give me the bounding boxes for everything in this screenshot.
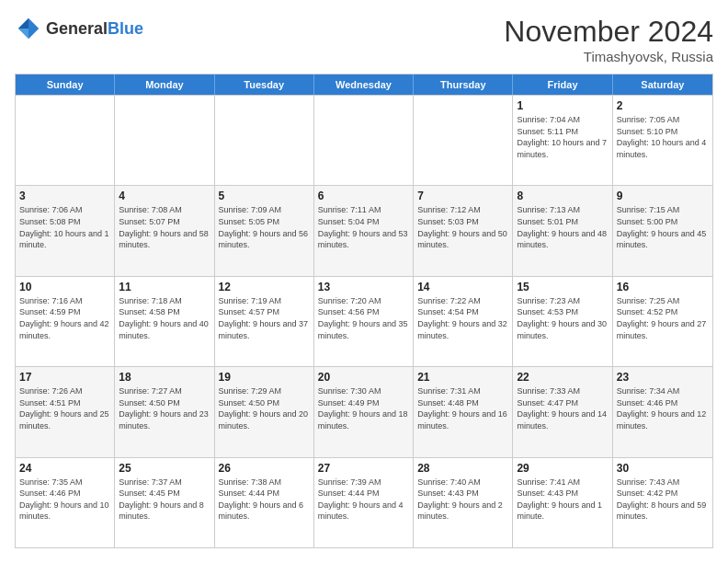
day-number: 6 — [318, 190, 409, 202]
day-info: Sunrise: 7:31 AM Sunset: 4:48 PM Dayligh… — [417, 385, 508, 431]
calendar-cell: 5Sunrise: 7:09 AM Sunset: 5:05 PM Daylig… — [215, 186, 314, 275]
day-number: 30 — [617, 462, 709, 475]
day-info: Sunrise: 7:13 AM Sunset: 5:01 PM Dayligh… — [517, 204, 608, 250]
svg-marker-3 — [28, 29, 39, 39]
calendar-cell: 10Sunrise: 7:16 AM Sunset: 4:59 PM Dayli… — [16, 277, 115, 366]
calendar-cell: 30Sunrise: 7:43 AM Sunset: 4:42 PM Dayli… — [613, 458, 712, 547]
svg-marker-1 — [18, 18, 28, 29]
day-number: 20 — [318, 371, 409, 384]
day-info: Sunrise: 7:23 AM Sunset: 4:53 PM Dayligh… — [517, 295, 608, 341]
day-number: 4 — [119, 190, 210, 202]
calendar-cell: 20Sunrise: 7:30 AM Sunset: 4:49 PM Dayli… — [314, 367, 414, 456]
day-info: Sunrise: 7:16 AM Sunset: 4:59 PM Dayligh… — [19, 295, 110, 341]
calendar-cell: 7Sunrise: 7:12 AM Sunset: 5:03 PM Daylig… — [414, 186, 513, 275]
day-number: 9 — [617, 190, 709, 202]
day-header-sunday: Sunday — [16, 75, 115, 95]
day-info: Sunrise: 7:38 AM Sunset: 4:44 PM Dayligh… — [219, 477, 310, 523]
day-info: Sunrise: 7:39 AM Sunset: 4:44 PM Dayligh… — [318, 477, 409, 523]
day-info: Sunrise: 7:18 AM Sunset: 4:58 PM Dayligh… — [119, 295, 210, 341]
day-number: 10 — [19, 281, 110, 293]
calendar-cell: 14Sunrise: 7:22 AM Sunset: 4:54 PM Dayli… — [414, 277, 513, 366]
day-header-monday: Monday — [115, 75, 214, 95]
calendar-cell: 16Sunrise: 7:25 AM Sunset: 4:52 PM Dayli… — [613, 277, 712, 366]
day-info: Sunrise: 7:29 AM Sunset: 4:50 PM Dayligh… — [219, 385, 310, 431]
logo-icon — [15, 15, 42, 42]
calendar-cell — [115, 96, 214, 185]
calendar-cell: 24Sunrise: 7:35 AM Sunset: 4:46 PM Dayli… — [16, 458, 115, 547]
calendar-cell: 4Sunrise: 7:08 AM Sunset: 5:07 PM Daylig… — [115, 186, 214, 275]
day-info: Sunrise: 7:34 AM Sunset: 4:46 PM Dayligh… — [617, 385, 709, 431]
day-number: 13 — [318, 281, 409, 293]
day-number: 3 — [19, 190, 110, 202]
day-info: Sunrise: 7:27 AM Sunset: 4:50 PM Dayligh… — [119, 385, 210, 431]
day-number: 29 — [517, 462, 608, 475]
calendar-cell: 12Sunrise: 7:19 AM Sunset: 4:57 PM Dayli… — [215, 277, 314, 366]
title-month: November 2024 — [504, 15, 713, 49]
calendar-cell: 23Sunrise: 7:34 AM Sunset: 4:46 PM Dayli… — [613, 367, 712, 456]
header: GeneralBlue November 2024 Timashyovsk, R… — [15, 15, 713, 64]
day-info: Sunrise: 7:41 AM Sunset: 4:43 PM Dayligh… — [517, 477, 608, 523]
day-header-friday: Friday — [513, 75, 612, 95]
day-number: 12 — [219, 281, 310, 293]
calendar-cell — [16, 96, 115, 185]
day-header-wednesday: Wednesday — [314, 75, 414, 95]
calendar-cell: 6Sunrise: 7:11 AM Sunset: 5:04 PM Daylig… — [314, 186, 414, 275]
day-number: 5 — [219, 190, 310, 202]
day-info: Sunrise: 7:30 AM Sunset: 4:49 PM Dayligh… — [318, 385, 409, 431]
day-number: 28 — [417, 462, 508, 475]
calendar-cell: 2Sunrise: 7:05 AM Sunset: 5:10 PM Daylig… — [613, 96, 712, 185]
day-number: 1 — [517, 99, 608, 112]
calendar-cell: 18Sunrise: 7:27 AM Sunset: 4:50 PM Dayli… — [115, 367, 214, 456]
day-header-tuesday: Tuesday — [215, 75, 314, 95]
calendar-cell: 25Sunrise: 7:37 AM Sunset: 4:45 PM Dayli… — [115, 458, 214, 547]
day-number: 16 — [617, 281, 709, 293]
calendar-cell: 1Sunrise: 7:04 AM Sunset: 5:11 PM Daylig… — [513, 96, 612, 185]
day-number: 2 — [617, 99, 709, 112]
day-info: Sunrise: 7:04 AM Sunset: 5:11 PM Dayligh… — [517, 114, 608, 160]
logo-text: GeneralBlue — [46, 19, 143, 39]
calendar-cell: 22Sunrise: 7:33 AM Sunset: 4:47 PM Dayli… — [513, 367, 612, 456]
calendar-row-3: 10Sunrise: 7:16 AM Sunset: 4:59 PM Dayli… — [16, 276, 712, 366]
calendar-cell — [314, 96, 414, 185]
day-info: Sunrise: 7:25 AM Sunset: 4:52 PM Dayligh… — [617, 295, 709, 341]
calendar-cell: 28Sunrise: 7:40 AM Sunset: 4:43 PM Dayli… — [414, 458, 513, 547]
day-number: 21 — [417, 371, 508, 384]
logo-blue: Blue — [108, 19, 143, 38]
day-info: Sunrise: 7:35 AM Sunset: 4:46 PM Dayligh… — [19, 477, 110, 523]
day-info: Sunrise: 7:43 AM Sunset: 4:42 PM Dayligh… — [617, 477, 709, 523]
day-number: 11 — [119, 281, 210, 293]
page: GeneralBlue November 2024 Timashyovsk, R… — [0, 0, 728, 563]
day-number: 7 — [417, 190, 508, 202]
day-number: 27 — [318, 462, 409, 475]
svg-marker-2 — [18, 29, 28, 39]
day-info: Sunrise: 7:12 AM Sunset: 5:03 PM Dayligh… — [417, 204, 508, 250]
day-info: Sunrise: 7:19 AM Sunset: 4:57 PM Dayligh… — [219, 295, 310, 341]
svg-marker-0 — [28, 18, 39, 29]
day-info: Sunrise: 7:26 AM Sunset: 4:51 PM Dayligh… — [19, 385, 110, 431]
day-number: 17 — [19, 371, 110, 384]
calendar-header: SundayMondayTuesdayWednesdayThursdayFrid… — [16, 75, 712, 95]
day-info: Sunrise: 7:05 AM Sunset: 5:10 PM Dayligh… — [617, 114, 709, 160]
calendar-cell: 8Sunrise: 7:13 AM Sunset: 5:01 PM Daylig… — [513, 186, 612, 275]
calendar-cell: 13Sunrise: 7:20 AM Sunset: 4:56 PM Dayli… — [314, 277, 414, 366]
calendar-row-5: 24Sunrise: 7:35 AM Sunset: 4:46 PM Dayli… — [16, 457, 712, 547]
day-header-thursday: Thursday — [414, 75, 513, 95]
calendar-body: 1Sunrise: 7:04 AM Sunset: 5:11 PM Daylig… — [16, 95, 712, 547]
calendar: SundayMondayTuesdayWednesdayThursdayFrid… — [15, 74, 713, 548]
day-info: Sunrise: 7:08 AM Sunset: 5:07 PM Dayligh… — [119, 204, 210, 250]
calendar-cell — [414, 96, 513, 185]
day-info: Sunrise: 7:11 AM Sunset: 5:04 PM Dayligh… — [318, 204, 409, 250]
calendar-cell: 26Sunrise: 7:38 AM Sunset: 4:44 PM Dayli… — [215, 458, 314, 547]
day-info: Sunrise: 7:20 AM Sunset: 4:56 PM Dayligh… — [318, 295, 409, 341]
calendar-cell: 17Sunrise: 7:26 AM Sunset: 4:51 PM Dayli… — [16, 367, 115, 456]
logo-general: General — [46, 19, 108, 38]
day-info: Sunrise: 7:06 AM Sunset: 5:08 PM Dayligh… — [19, 204, 110, 250]
day-info: Sunrise: 7:22 AM Sunset: 4:54 PM Dayligh… — [417, 295, 508, 341]
title-block: November 2024 Timashyovsk, Russia — [504, 15, 713, 64]
day-number: 23 — [617, 371, 709, 384]
day-number: 25 — [119, 462, 210, 475]
day-info: Sunrise: 7:15 AM Sunset: 5:00 PM Dayligh… — [617, 204, 709, 250]
calendar-cell: 19Sunrise: 7:29 AM Sunset: 4:50 PM Dayli… — [215, 367, 314, 456]
day-number: 26 — [219, 462, 310, 475]
calendar-cell: 15Sunrise: 7:23 AM Sunset: 4:53 PM Dayli… — [513, 277, 612, 366]
